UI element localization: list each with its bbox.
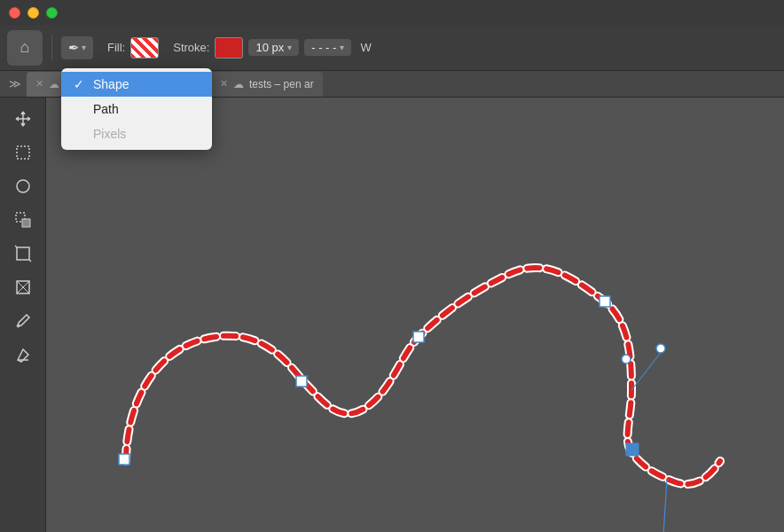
pen-tool-button[interactable]: ✒ ▾ — [61, 36, 93, 59]
pixels-option-label: Pixels — [93, 127, 126, 141]
canvas-area[interactable] — [46, 98, 784, 532]
tab-1-close-icon[interactable]: ✕ — [35, 78, 43, 90]
eraser-tool[interactable] — [7, 339, 39, 371]
svg-rect-17 — [600, 296, 610, 307]
dash-pattern-value: - - - - — [311, 41, 336, 54]
tab-2-cloud-icon: ☁ — [233, 78, 244, 90]
svg-line-13 — [662, 479, 667, 532]
tab-2-label: tests – pen ar — [249, 78, 314, 90]
home-button[interactable]: ⌂ — [7, 30, 43, 66]
left-sidebar — [0, 98, 46, 532]
shape-mode-dropdown: ✓ Shape Path Pixels — [61, 68, 212, 150]
crop-tool[interactable] — [7, 238, 39, 270]
svg-rect-15 — [296, 376, 307, 387]
svg-rect-16 — [413, 332, 424, 342]
checkmark-icon: ✓ — [74, 77, 86, 91]
dropdown-item-pixels: Pixels — [61, 121, 212, 146]
dash-pattern-control[interactable]: - - - - ▾ — [304, 39, 351, 56]
main-area — [0, 98, 784, 532]
svg-rect-18 — [626, 443, 639, 456]
w-label: W — [360, 41, 371, 54]
toolbar: ⌂ ✒ ▾ ✓ Shape Path Pixels Fill: — [0, 25, 784, 71]
magic-select-tool[interactable] — [7, 204, 39, 236]
move-tool[interactable] — [7, 103, 39, 135]
eyedropper-tool[interactable] — [7, 305, 39, 337]
dropdown-item-shape[interactable]: ✓ Shape — [61, 72, 212, 97]
minimize-button[interactable] — [27, 7, 39, 19]
marquee-tool[interactable] — [7, 137, 39, 168]
fill-label: Fill: — [107, 41, 125, 54]
title-bar — [0, 0, 784, 25]
svg-point-1 — [17, 180, 29, 192]
close-button[interactable] — [9, 7, 20, 19]
lasso-tool[interactable] — [7, 170, 39, 202]
svg-rect-14 — [119, 454, 129, 465]
toolbar-divider — [51, 35, 52, 61]
svg-rect-3 — [22, 219, 30, 227]
crop-icon — [14, 245, 32, 262]
transform-icon — [14, 278, 32, 296]
fullscreen-button[interactable] — [46, 7, 58, 19]
empty-check-pixels — [74, 127, 86, 141]
fill-swatch[interactable] — [130, 37, 159, 59]
stroke-size-control[interactable]: 10 px ▾ — [248, 39, 299, 56]
svg-point-19 — [656, 344, 665, 353]
eraser-icon — [14, 346, 32, 364]
tab-1-cloud-icon: ☁ — [49, 78, 59, 90]
stroke-label: Stroke: — [173, 41, 209, 54]
fill-area: Fill: — [107, 37, 159, 59]
move-icon — [14, 110, 32, 128]
stroke-size-value: 10 px — [255, 41, 284, 54]
marquee-icon — [14, 144, 32, 161]
pen-icon: ✒ — [68, 40, 80, 56]
svg-rect-4 — [17, 247, 29, 260]
stroke-area: Stroke: — [173, 37, 243, 59]
tab-2-close-icon[interactable]: ✕ — [220, 78, 228, 90]
chevron-down-icon: ▾ — [82, 43, 86, 52]
svg-rect-0 — [17, 146, 29, 159]
svg-line-6 — [29, 260, 31, 262]
pen-tool-dropdown-container: ✒ ▾ ✓ Shape Path Pixels — [61, 36, 93, 59]
eyedropper-icon — [14, 312, 32, 330]
dash-pattern-chevron-icon: ▾ — [340, 43, 344, 52]
svg-line-5 — [15, 246, 17, 247]
svg-line-12 — [631, 350, 662, 390]
tab-scroll-arrows[interactable]: ≫ — [4, 77, 27, 90]
dropdown-item-path[interactable]: Path — [61, 97, 212, 121]
empty-check — [74, 102, 86, 116]
svg-point-21 — [622, 355, 631, 364]
stroke-size-chevron-icon: ▾ — [287, 43, 292, 52]
path-option-label: Path — [93, 102, 119, 116]
magic-select-icon — [14, 211, 32, 229]
lasso-icon — [14, 177, 32, 195]
transform-tool[interactable] — [7, 271, 39, 303]
canvas-svg — [46, 98, 784, 532]
shape-option-label: Shape — [93, 77, 129, 91]
tab-2[interactable]: ✕ ☁ tests – pen ar — [211, 72, 323, 97]
home-icon: ⌂ — [20, 38, 30, 57]
stroke-swatch[interactable] — [215, 37, 243, 59]
